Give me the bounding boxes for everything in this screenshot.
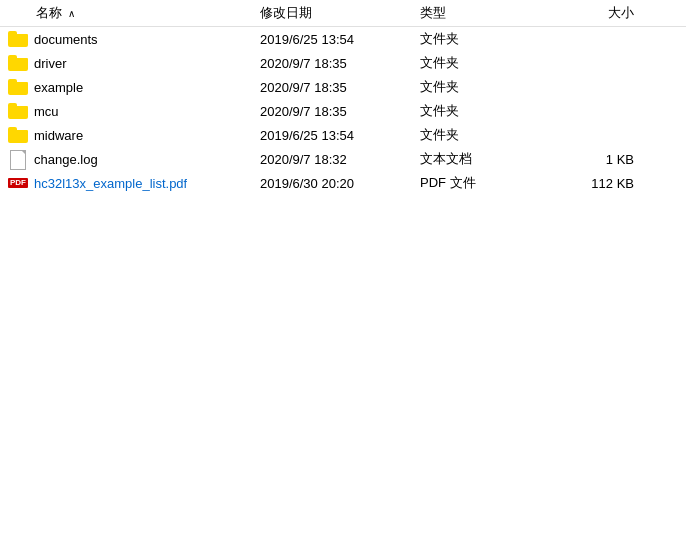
file-date: 2020/9/7 18:35	[260, 56, 420, 71]
file-name-cell: documents	[0, 30, 260, 48]
file-type: 文本文档	[420, 150, 550, 168]
file-name-label: change.log	[34, 152, 98, 167]
file-type: 文件夹	[420, 126, 550, 144]
file-name-label: midware	[34, 128, 83, 143]
file-date: 2019/6/25 13:54	[260, 32, 420, 47]
col-header-size[interactable]: 大小	[550, 4, 650, 22]
file-name-label: mcu	[34, 104, 59, 119]
file-name-label: driver	[34, 56, 67, 71]
file-date: 2020/9/7 18:32	[260, 152, 420, 167]
doc-icon	[8, 150, 28, 168]
col-type-label: 类型	[420, 5, 446, 20]
file-name-cell: change.log	[0, 150, 260, 168]
col-date-label: 修改日期	[260, 5, 312, 20]
folder-icon	[8, 102, 28, 120]
file-list: documents 2019/6/25 13:54 文件夹 driver 202…	[0, 27, 686, 195]
file-date: 2020/9/7 18:35	[260, 104, 420, 119]
list-item[interactable]: mcu 2020/9/7 18:35 文件夹	[0, 99, 686, 123]
file-type: 文件夹	[420, 102, 550, 120]
sort-arrow-icon: ∧	[68, 8, 75, 19]
file-size: 112 KB	[550, 176, 650, 191]
pdf-icon: PDF	[8, 174, 28, 192]
list-item[interactable]: driver 2020/9/7 18:35 文件夹	[0, 51, 686, 75]
file-name-cell: driver	[0, 54, 260, 72]
col-size-label: 大小	[608, 5, 634, 20]
folder-icon	[8, 30, 28, 48]
file-name-cell: example	[0, 78, 260, 96]
file-type: PDF 文件	[420, 174, 550, 192]
list-item[interactable]: example 2020/9/7 18:35 文件夹	[0, 75, 686, 99]
folder-icon	[8, 126, 28, 144]
col-header-date[interactable]: 修改日期	[260, 4, 420, 22]
file-name-cell: midware	[0, 126, 260, 144]
file-name-label: documents	[34, 32, 98, 47]
col-header-name[interactable]: 名称 ∧	[0, 4, 260, 22]
file-date: 2019/6/30 20:20	[260, 176, 420, 191]
file-name-label: hc32l13x_example_list.pdf	[34, 176, 187, 191]
file-size: 1 KB	[550, 152, 650, 167]
file-date: 2019/6/25 13:54	[260, 128, 420, 143]
column-header: 名称 ∧ 修改日期 类型 大小	[0, 0, 686, 27]
list-item[interactable]: documents 2019/6/25 13:54 文件夹	[0, 27, 686, 51]
folder-icon	[8, 54, 28, 72]
file-explorer: 名称 ∧ 修改日期 类型 大小 documents 2019/6/25 13:5…	[0, 0, 686, 545]
file-name-label: example	[34, 80, 83, 95]
list-item[interactable]: PDF hc32l13x_example_list.pdf 2019/6/30 …	[0, 171, 686, 195]
file-type: 文件夹	[420, 30, 550, 48]
list-item[interactable]: change.log 2020/9/7 18:32 文本文档 1 KB	[0, 147, 686, 171]
file-date: 2020/9/7 18:35	[260, 80, 420, 95]
folder-icon	[8, 78, 28, 96]
list-item[interactable]: midware 2019/6/25 13:54 文件夹	[0, 123, 686, 147]
file-name-cell: mcu	[0, 102, 260, 120]
file-type: 文件夹	[420, 78, 550, 96]
file-name-cell: PDF hc32l13x_example_list.pdf	[0, 174, 260, 192]
file-type: 文件夹	[420, 54, 550, 72]
col-name-label: 名称	[36, 5, 62, 20]
col-header-type[interactable]: 类型	[420, 4, 550, 22]
